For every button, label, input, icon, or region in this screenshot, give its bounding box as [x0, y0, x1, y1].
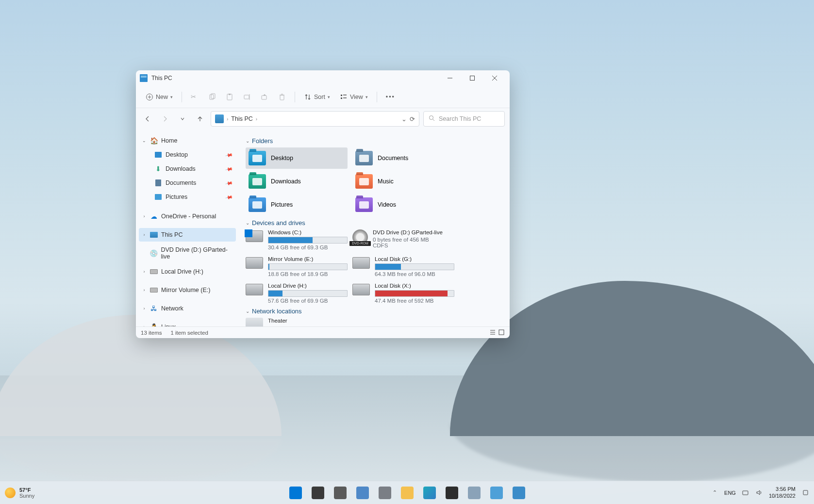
share-button[interactable]: [257, 91, 272, 103]
taskbar-file-explorer[interactable]: [398, 483, 417, 503]
rename-button[interactable]: [239, 91, 255, 103]
folder-documents[interactable]: Documents: [352, 147, 454, 169]
file-explorer-window: This PC New ▾ ✂ Sort ▾ View ▾: [136, 70, 510, 338]
pin-icon: 📌: [225, 165, 233, 173]
taskbar-dev-home[interactable]: [465, 483, 484, 503]
address-bar[interactable]: › This PC › ⌄ ⟳: [211, 111, 419, 127]
drive-item[interactable]: Local Drive (H:) 57.6 GB free of 69.9 GB: [246, 283, 348, 304]
svg-rect-13: [262, 96, 266, 99]
chevron-down-icon: ▾: [365, 95, 368, 99]
chevron-right-icon: ›: [142, 269, 147, 274]
drive-item[interactable]: DVD-ROM DVD Drive (D:) GParted-live 0 by…: [352, 229, 454, 250]
network-pc-icon: [246, 318, 263, 326]
svg-rect-20: [343, 98, 347, 98]
delete-button[interactable]: [274, 91, 290, 103]
sidebar-item-onedrive[interactable]: › ☁ OneDrive - Personal: [139, 210, 236, 223]
item-count: 13 items: [141, 330, 162, 336]
chevron-down-icon[interactable]: ⌄: [401, 115, 407, 123]
sidebar-item-desktop[interactable]: Desktop 📌: [139, 148, 236, 162]
svg-rect-18: [343, 95, 347, 96]
minimize-button[interactable]: [439, 70, 461, 86]
section-folders[interactable]: ⌄ Folders: [246, 137, 503, 145]
taskbar-start[interactable]: [286, 483, 305, 503]
chevron-right-icon: ›: [142, 306, 147, 311]
breadcrumb[interactable]: This PC: [231, 115, 252, 122]
sidebar-item-dvd[interactable]: › 💿 DVD Drive (D:) GParted-live: [139, 246, 236, 260]
desktop-folder-icon: [249, 151, 266, 165]
details-view-icon[interactable]: [489, 329, 496, 337]
toolbar: New ▾ ✂ Sort ▾ View ▾ •••: [136, 86, 510, 108]
paste-button[interactable]: [222, 91, 237, 103]
network-location[interactable]: Theater: [246, 318, 348, 326]
drive-item[interactable]: Windows (C:) 30.4 GB free of 69.3 GB: [246, 229, 348, 250]
dev-home-icon: [468, 487, 481, 499]
titlebar[interactable]: This PC: [136, 70, 510, 86]
notifications-icon[interactable]: [801, 489, 809, 497]
up-button[interactable]: [193, 112, 207, 126]
videos-folder-icon: [355, 197, 373, 212]
taskbar-widgets[interactable]: [353, 483, 372, 503]
sidebar-item-this-pc[interactable]: › This PC: [139, 228, 236, 242]
tiles-view-icon[interactable]: [498, 329, 505, 337]
taskbar-notepad[interactable]: [487, 483, 506, 503]
taskbar-terminal[interactable]: [442, 483, 462, 503]
folder-desktop[interactable]: Desktop: [246, 147, 348, 169]
sidebar-item-network[interactable]: › 🖧 Network: [139, 302, 236, 315]
section-network[interactable]: ⌄ Network locations: [246, 308, 503, 315]
sidebar-item-linux[interactable]: › 🐧 Linux: [139, 320, 236, 326]
recent-dropdown[interactable]: [176, 112, 189, 126]
refresh-button[interactable]: ⟳: [410, 115, 415, 123]
more-button[interactable]: •••: [382, 91, 399, 103]
status-bar: 13 items 1 item selected: [136, 326, 510, 338]
drive-item[interactable]: Mirror Volume (E:) 18.8 GB free of 18.9 …: [246, 256, 348, 277]
taskbar-settings[interactable]: [375, 483, 395, 503]
taskbar-task-view[interactable]: [331, 483, 350, 503]
folder-downloads[interactable]: Downloads: [246, 171, 348, 192]
sort-button[interactable]: Sort ▾: [300, 91, 334, 103]
drive-item[interactable]: Local Disk (X:) 47.4 MB free of 592 MB: [352, 283, 454, 304]
pc-icon: [150, 231, 158, 239]
chevron-right-icon: ›: [142, 288, 147, 293]
sidebar-item-mirror[interactable]: › Mirror Volume (E:): [139, 283, 236, 297]
volume-icon[interactable]: [755, 489, 763, 497]
clock[interactable]: 3:56 PM 10/18/2022: [769, 486, 796, 500]
drive-name: Local Disk (X:): [375, 283, 454, 289]
disc-icon: DVD-ROM: [352, 229, 368, 245]
drive-item[interactable]: Local Disk (G:) 64.3 MB free of 96.0 MB: [352, 256, 454, 277]
this-pc-icon: [215, 114, 224, 123]
drive-free: 64.3 MB free of 96.0 MB: [375, 271, 454, 277]
folder-music[interactable]: Music: [352, 171, 454, 192]
new-button[interactable]: New ▾: [142, 91, 177, 103]
back-button[interactable]: [141, 112, 154, 126]
language-indicator[interactable]: ENG: [724, 490, 736, 496]
cut-button[interactable]: ✂: [187, 91, 202, 103]
ellipsis-icon: •••: [386, 94, 395, 100]
section-drives[interactable]: ⌄ Devices and drives: [246, 219, 503, 227]
forward-button[interactable]: [158, 112, 172, 126]
network-icon[interactable]: [742, 489, 749, 497]
documents-icon: [154, 179, 162, 187]
view-button[interactable]: View ▾: [336, 91, 372, 103]
taskbar-edge[interactable]: [420, 483, 439, 503]
chevron-down-icon: ▾: [170, 95, 173, 99]
start-icon: [289, 487, 302, 499]
trash-icon: [278, 93, 286, 101]
close-button[interactable]: [483, 70, 506, 86]
taskbar-camera[interactable]: [509, 483, 529, 503]
sidebar-item-home[interactable]: ⌄ 🏠 Home: [139, 134, 236, 147]
maximize-button[interactable]: [461, 70, 483, 86]
copy-button[interactable]: [204, 91, 220, 103]
taskbar-search[interactable]: [308, 483, 328, 503]
sidebar-item-documents[interactable]: Documents 📌: [139, 176, 236, 190]
folder-pictures[interactable]: Pictures: [246, 194, 348, 215]
svg-rect-10: [229, 94, 231, 95]
sidebar-item-local-drive[interactable]: › Local Drive (H:): [139, 265, 236, 278]
sidebar-item-downloads[interactable]: ⬇ Downloads 📌: [139, 162, 236, 176]
chevron-up-icon[interactable]: ⌃: [711, 489, 718, 497]
edge-icon: [423, 487, 436, 499]
weather-widget[interactable]: 57°F Sunny: [5, 487, 34, 499]
sidebar-item-pictures[interactable]: Pictures 📌: [139, 190, 236, 204]
drive-name: Local Disk (G:): [375, 256, 454, 262]
search-box[interactable]: Search This PC: [423, 111, 505, 127]
folder-videos[interactable]: Videos: [352, 194, 454, 215]
